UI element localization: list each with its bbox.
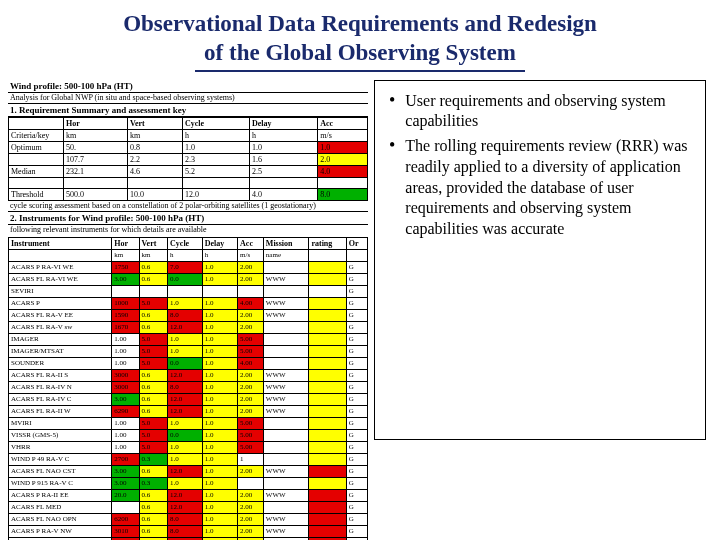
inst-cell: 1.0 [168,477,203,489]
inst-cell: 1.0 [202,297,237,309]
inst-cell: 12.0 [168,501,203,513]
req-cell: 2.5 [249,165,317,177]
title-line1: Observational Data Requirements and Rede… [123,11,597,36]
inst-cell: WWW [263,405,309,417]
inst-cell [309,309,346,321]
inst-cell: G [346,453,367,465]
inst-cell: WIND P 49 RA-V C [9,453,112,465]
inst-cell: 4.00 [238,357,264,369]
inst-cell: WWW [263,309,309,321]
inst-cell: 5.0 [139,345,168,357]
inst-cell: SEVIRI [9,285,112,297]
instruments-subline: following relevant instruments for which… [8,225,368,235]
inst-cell: 3.00 [112,273,139,285]
inst-cell: 1.0 [202,393,237,405]
req-cell: 0.8 [127,141,182,153]
inst-cell [309,393,346,405]
req-cell: 10.0 [127,188,182,200]
inst-cell: 8.0 [168,513,203,525]
req-cell [318,177,368,188]
inst-cell: ACARS FL MED [9,501,112,513]
inst-cell: ACARS FL RA-V EE [9,309,112,321]
inst-cell: 8.0 [168,309,203,321]
inst-cell: 2.00 [238,273,264,285]
inst-cell: 1.00 [112,345,139,357]
inst-cell [309,417,346,429]
inst-cell: 1.0 [202,441,237,453]
inst-col-header: Mission [263,237,309,249]
inst-cell: ACARS P RA-V NW [9,525,112,537]
inst-cell: 1.0 [202,489,237,501]
inst-cell: 0.6 [139,393,168,405]
inst-cell: G [346,285,367,297]
req-col-header: Hor [64,117,128,129]
inst-cell: 2700 [112,453,139,465]
inst-cell: 1.0 [202,513,237,525]
inst-cell: 5.00 [238,417,264,429]
inst-cell: G [346,477,367,489]
req-cell [127,177,182,188]
inst-cell: 5.00 [238,441,264,453]
inst-cell: 1 [238,453,264,465]
inst-cell: 1.0 [168,441,203,453]
req-col-header [9,117,64,129]
requirements-table: HorVertCycleDelayAcc Criteria/keykmkmhhm… [8,117,368,201]
inst-row: ACARS FL RA-II W62900.612.01.02.00WWW G [9,405,368,417]
slide-title: Observational Data Requirements and Rede… [0,0,720,70]
inst-cell: 0.0 [168,273,203,285]
inst-cell: 8.0 [168,381,203,393]
inst-cell: 1.0 [168,345,203,357]
inst-cell: 1.0 [202,357,237,369]
req-cell: 50. [64,141,128,153]
req-cell: 500.0 [64,188,128,200]
inst-cell [309,441,346,453]
req-cell: 1.6 [249,153,317,165]
title-line2: of the Global Observing System [204,40,516,65]
inst-cell: VISSR (GMS-5) [9,429,112,441]
inst-cell: 12.0 [168,465,203,477]
req-row [9,177,368,188]
inst-cell [263,441,309,453]
title-underline [195,70,525,72]
inst-cell: 1.0 [168,453,203,465]
inst-cell: 1.00 [112,333,139,345]
req-cell: 4.0 [249,188,317,200]
inst-cell [309,501,346,513]
content-area: Wind profile: 500-100 hPa (HT) Analysis … [0,80,720,541]
inst-cell: 1.0 [202,405,237,417]
inst-cell: G [346,513,367,525]
inst-cell [309,525,346,537]
inst-cell [309,333,346,345]
inst-cell: VHRR [9,441,112,453]
inst-cell: 12.0 [168,321,203,333]
req-row: Optimum50.0.81.01.01.0 [9,141,368,153]
analysis-subline: Analysis for Global NWP (in situ and spa… [8,93,368,104]
inst-unit: km [139,249,168,261]
inst-cell: 0.6 [139,513,168,525]
inst-cell: IMAGER [9,333,112,345]
inst-cell: 1.0 [202,333,237,345]
inst-cell: 1.0 [202,381,237,393]
inst-cell [309,477,346,489]
inst-col-header: Acc [238,237,264,249]
inst-cell: ACARS P RA-II EE [9,489,112,501]
inst-cell: G [346,333,367,345]
inst-unit [309,249,346,261]
inst-cell: G [346,525,367,537]
req-col-header: Vert [127,117,182,129]
inst-cell: 1.0 [202,309,237,321]
inst-cell: G [346,489,367,501]
instruments-header: 2. Instruments for Wind profile: 500-100… [8,212,368,225]
req-cell: 1.0 [318,141,368,153]
inst-cell [309,513,346,525]
inst-cell: 5.0 [139,417,168,429]
inst-cell: ACARS FL RA-II W [9,405,112,417]
inst-cell: 2.00 [238,501,264,513]
inst-cell: 1.0 [168,417,203,429]
req-label: Threshold [9,188,64,200]
inst-cell: 12.0 [168,393,203,405]
inst-row: ACARS P RA-V NW30100.68.01.02.00WWW G [9,525,368,537]
inst-cell: 8.0 [168,525,203,537]
inst-cell [309,321,346,333]
inst-cell [309,345,346,357]
